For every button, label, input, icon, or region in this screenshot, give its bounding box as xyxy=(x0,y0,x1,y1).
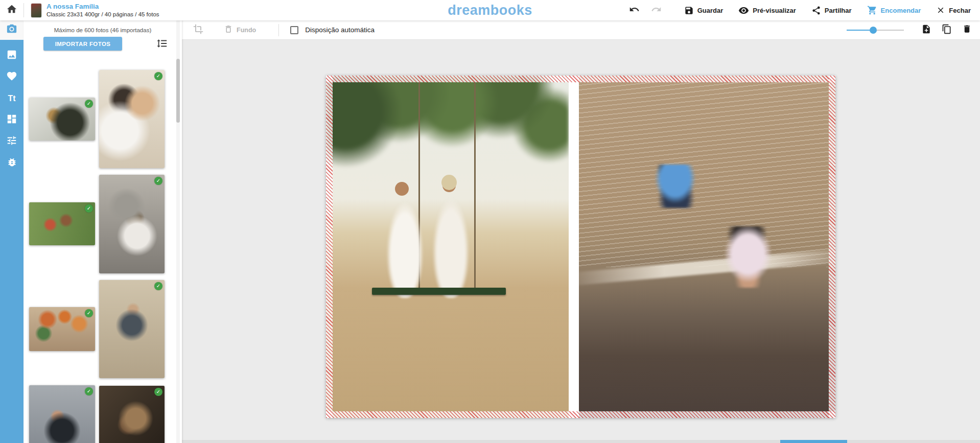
share-icon xyxy=(811,6,821,15)
photo-detail-figure xyxy=(441,175,457,190)
preview-button[interactable]: Pré-visualizar xyxy=(738,5,796,16)
selected-check-badge: ✓ xyxy=(154,72,162,80)
selected-check-badge: ✓ xyxy=(154,388,162,396)
auto-layout-checkbox[interactable] xyxy=(290,26,298,34)
photo-thumbnail[interactable]: ✓ xyxy=(99,386,165,443)
topbar-divider xyxy=(24,3,24,17)
sort-order-icon xyxy=(156,38,168,51)
bottom-bar-button-peek[interactable] xyxy=(780,440,847,443)
duplicate-page-icon xyxy=(942,24,952,36)
trash-outline-icon xyxy=(224,25,233,36)
project-specs: Classic 23x31 400gr / 40 páginas / 45 fo… xyxy=(46,11,159,18)
eye-icon xyxy=(738,5,749,16)
tune-icon xyxy=(6,135,17,148)
photos-scrollbar-thumb[interactable] xyxy=(176,59,180,123)
photo-detail-figure xyxy=(651,165,699,208)
canvas-area xyxy=(182,40,980,443)
image-icon xyxy=(6,49,17,62)
heart-icon xyxy=(6,71,17,84)
save-icon xyxy=(684,6,694,15)
bug-icon xyxy=(7,157,17,170)
book-spread xyxy=(326,76,835,418)
share-button[interactable]: Partilhar xyxy=(811,6,852,15)
bottom-bar-edge xyxy=(182,440,980,443)
background-label: Fundo xyxy=(237,27,256,34)
close-button[interactable]: Fechar xyxy=(936,6,971,15)
home-button[interactable] xyxy=(0,4,24,17)
photo-detail-figure xyxy=(387,202,423,298)
topbar-actions: Guardar Pré-visualizar Partilhar Encomen… xyxy=(629,4,980,17)
save-button[interactable]: Guardar xyxy=(684,6,724,15)
home-icon xyxy=(6,4,17,17)
crop-icon xyxy=(193,24,203,36)
photos-panel: Máximo de 600 fotos (46 importadas) IMPO… xyxy=(24,20,182,443)
camera-icon xyxy=(6,24,17,37)
selected-check-badge: ✓ xyxy=(85,100,93,108)
project-cover-thumbnail[interactable] xyxy=(31,4,41,17)
sidebar-tab-cliparts[interactable] xyxy=(0,157,24,169)
photo-thumbnail[interactable]: ✓ xyxy=(29,385,95,443)
photo-thumbnail[interactable]: ✓ xyxy=(29,98,95,141)
cart-icon xyxy=(867,5,877,15)
photo-detail-figure xyxy=(720,226,776,288)
photo-detail-rope xyxy=(474,76,476,291)
main-area: Tt xyxy=(0,20,980,443)
photo-thumbnail[interactable]: ✓ xyxy=(99,175,165,273)
selected-check-badge: ✓ xyxy=(154,177,162,185)
topbar: A nossa Família Classic 23x31 400gr / 40… xyxy=(0,0,980,20)
layout-icon xyxy=(6,113,17,127)
sidebar-items: Tt xyxy=(0,40,24,169)
auto-layout-control[interactable]: Disposição automática xyxy=(290,26,375,34)
photo-limit-text: Máximo de 600 fotos (46 importadas) xyxy=(24,20,182,33)
sidebar-tab-backgrounds[interactable] xyxy=(0,50,24,61)
remove-background-button[interactable]: Fundo xyxy=(224,25,256,36)
order-button[interactable]: Encomendar xyxy=(867,5,921,15)
add-page-icon xyxy=(921,24,931,36)
photo-detail-swing-seat xyxy=(372,288,505,295)
editor-column: Fundo Disposição automática xyxy=(182,20,980,443)
selected-check-badge: ✓ xyxy=(85,204,93,213)
left-icon-sidebar: Tt xyxy=(0,20,24,443)
zoom-slider-thumb[interactable] xyxy=(870,27,877,34)
photo-detail-water xyxy=(579,76,835,267)
photo-thumbnail[interactable]: ✓ xyxy=(29,202,95,245)
photo-thumbnail[interactable]: ✓ xyxy=(29,307,95,351)
photo-thumbnail[interactable]: ✓ xyxy=(99,70,165,168)
delete-page-button[interactable] xyxy=(962,24,972,36)
toolbar-divider xyxy=(278,24,279,36)
preview-label: Pré-visualizar xyxy=(753,7,796,14)
sidebar-tab-photos[interactable] xyxy=(0,20,24,40)
import-photos-button[interactable]: IMPORTAR FOTOS xyxy=(43,37,122,51)
redo-icon[interactable] xyxy=(651,4,662,17)
sidebar-tab-layouts[interactable] xyxy=(0,114,24,126)
text-icon: Tt xyxy=(8,95,15,103)
save-label: Guardar xyxy=(697,7,724,14)
right-page-photo[interactable] xyxy=(579,76,835,418)
share-label: Partilhar xyxy=(825,7,852,14)
selected-check-badge: ✓ xyxy=(85,309,93,317)
trash-icon xyxy=(962,24,972,36)
editor-toolbar: Fundo Disposição automática xyxy=(182,20,980,40)
crop-button[interactable] xyxy=(193,24,203,36)
photo-thumbnail[interactable]: ✓ xyxy=(99,280,165,378)
add-page-button[interactable] xyxy=(921,24,931,36)
left-page-photo[interactable] xyxy=(326,76,569,418)
photo-detail-figure xyxy=(395,182,409,196)
project-info: A nossa Família Classic 23x31 400gr / 40… xyxy=(46,3,159,18)
auto-layout-label: Disposição automática xyxy=(305,26,375,34)
selected-check-badge: ✓ xyxy=(154,282,162,290)
sidebar-tab-text[interactable]: Tt xyxy=(0,93,24,104)
order-label: Encomendar xyxy=(881,7,921,14)
history-controls xyxy=(629,4,662,17)
duplicate-page-button[interactable] xyxy=(942,24,952,36)
sidebar-tab-favorites[interactable] xyxy=(0,72,24,83)
selected-check-badge: ✓ xyxy=(85,387,93,395)
sort-order-button[interactable] xyxy=(155,38,169,50)
project-title[interactable]: A nossa Família xyxy=(46,3,159,11)
sidebar-tab-settings[interactable] xyxy=(0,136,24,147)
zoom-slider[interactable] xyxy=(847,27,904,34)
toolbar-right-controls xyxy=(847,24,980,36)
close-label: Fechar xyxy=(949,7,971,14)
undo-icon[interactable] xyxy=(629,4,640,17)
dreambooks-editor: A nossa Família Classic 23x31 400gr / 40… xyxy=(0,0,980,443)
